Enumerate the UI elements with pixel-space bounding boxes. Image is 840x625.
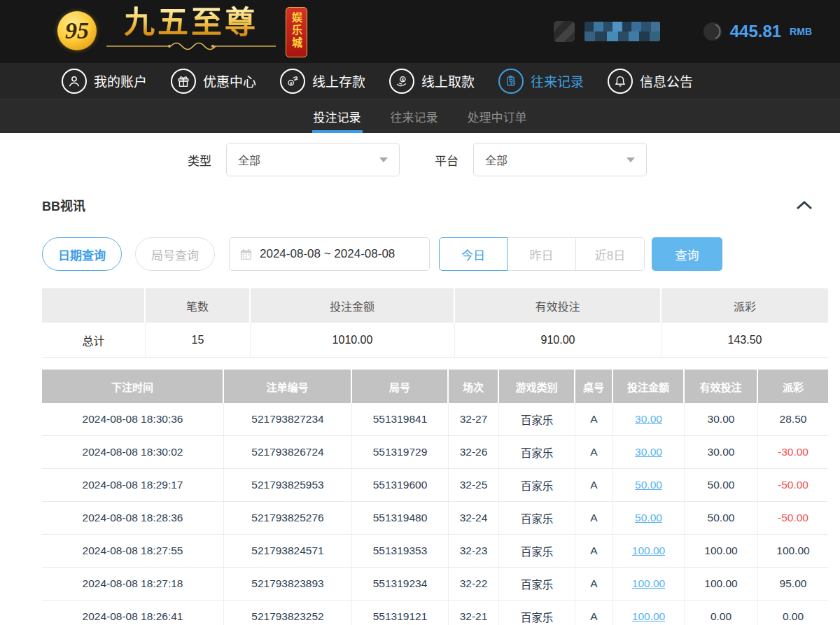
bet-amount-link[interactable]: 50.00 bbox=[635, 479, 662, 491]
cell-table-no: A bbox=[575, 436, 613, 468]
cell-bet-amount[interactable]: 30.00 bbox=[613, 436, 685, 468]
summary-bet-amount-value: 1010.00 bbox=[251, 323, 455, 358]
cell-bet-time: 2024-08-08 18:29:17 bbox=[42, 469, 224, 501]
bet-amount-link[interactable]: 100.00 bbox=[632, 610, 665, 623]
nav-item-promotions[interactable]: 优惠中心 bbox=[171, 69, 256, 94]
cell-session: 32-26 bbox=[449, 436, 499, 468]
last8days-button[interactable]: 近8日 bbox=[576, 237, 645, 271]
today-button[interactable]: 今日 bbox=[439, 237, 507, 271]
cell-table-no: A bbox=[575, 568, 613, 600]
cell-bet-time: 2024-08-08 18:30:36 bbox=[42, 403, 224, 435]
cell-valid-bet: 100.00 bbox=[685, 535, 758, 567]
cell-payout: 95.00 bbox=[758, 568, 828, 600]
logo-coin-icon: 95 bbox=[57, 11, 97, 50]
table-row: 2024-08-08 18:26:41521793823252551319121… bbox=[42, 601, 828, 625]
user-icon bbox=[62, 69, 87, 94]
top-header: 95 九五至尊 娱乐城 445.81 RMB bbox=[0, 0, 840, 63]
site-logo[interactable]: 95 九五至尊 娱乐城 bbox=[57, 6, 307, 57]
round-query-button[interactable]: 局号查询 bbox=[135, 237, 215, 271]
summary-header-payout: 派彩 bbox=[662, 288, 828, 323]
bet-table: 下注时间 注单编号 局号 场次 游戏类别 桌号 投注金额 有效投注 派彩 202… bbox=[42, 370, 828, 625]
nav-item-withdraw[interactable]: $ 线上取款 bbox=[389, 69, 475, 94]
cell-bet-amount[interactable]: 100.00 bbox=[613, 535, 685, 567]
type-select[interactable]: 全部 bbox=[226, 143, 400, 176]
bet-amount-link[interactable]: 30.00 bbox=[635, 446, 662, 458]
bet-table-body: 2024-08-08 18:30:36521793827234551319841… bbox=[42, 403, 828, 625]
nav-item-deposit[interactable]: ¥ 线上存款 bbox=[280, 69, 365, 94]
section-title: BB视讯 bbox=[42, 196, 85, 214]
table-row: 2024-08-08 18:29:17521793825953551319600… bbox=[42, 469, 828, 502]
cell-valid-bet: 30.00 bbox=[685, 403, 758, 435]
chevron-down-icon bbox=[626, 157, 635, 162]
nav-item-announcements[interactable]: 信息公告 bbox=[608, 69, 693, 94]
nav-label: 我的账户 bbox=[94, 71, 147, 90]
cell-round-id: 551319480 bbox=[352, 502, 449, 534]
cell-round-id: 551319729 bbox=[352, 436, 449, 468]
summary-header-valid-bet: 有效投注 bbox=[455, 288, 662, 323]
table-row: 2024-08-08 18:27:55521793824571551319353… bbox=[42, 535, 828, 568]
cell-bet-id: 521793826724 bbox=[224, 436, 352, 468]
cell-valid-bet: 50.00 bbox=[685, 469, 758, 501]
cell-round-id: 551319121 bbox=[352, 601, 449, 625]
username-blurred bbox=[584, 22, 660, 41]
cell-payout: -50.00 bbox=[758, 469, 828, 501]
platform-select[interactable]: 全部 bbox=[473, 143, 647, 176]
section-head: BB视讯 bbox=[42, 196, 813, 214]
deposit-icon: ¥ bbox=[280, 69, 305, 94]
logo-badge: 娱乐城 bbox=[286, 7, 307, 57]
cell-bet-amount[interactable]: 100.00 bbox=[613, 568, 685, 600]
cell-bet-amount[interactable]: 50.00 bbox=[613, 469, 685, 501]
nav-item-my-account[interactable]: 我的账户 bbox=[62, 69, 147, 94]
filter-row: 类型 全部 平台 全部 bbox=[188, 143, 840, 176]
balance[interactable]: 445.81 RMB bbox=[702, 21, 812, 42]
bell-icon bbox=[608, 69, 633, 94]
col-table-no: 桌号 bbox=[575, 370, 613, 403]
bet-amount-link[interactable]: 30.00 bbox=[635, 413, 662, 426]
cell-bet-amount[interactable]: 100.00 bbox=[613, 601, 685, 625]
collapse-chevron-up-icon[interactable] bbox=[795, 199, 813, 211]
tab-transaction-records[interactable]: 往来记录 bbox=[389, 99, 440, 133]
col-bet-time: 下注时间 bbox=[42, 370, 224, 403]
bet-amount-link[interactable]: 100.00 bbox=[632, 545, 665, 557]
cell-bet-id: 521793823893 bbox=[224, 568, 352, 600]
bet-amount-link[interactable]: 100.00 bbox=[632, 577, 665, 590]
platform-select-value: 全部 bbox=[485, 151, 507, 168]
cell-round-id: 551319841 bbox=[352, 403, 449, 435]
avatar bbox=[554, 21, 575, 42]
date-query-button[interactable]: 日期查询 bbox=[42, 237, 122, 271]
summary-valid-bet-value: 910.00 bbox=[455, 323, 662, 358]
summary-header-count: 笔数 bbox=[146, 288, 251, 323]
tab-processing-orders[interactable]: 处理中订单 bbox=[466, 99, 528, 133]
type-filter-label: 类型 bbox=[188, 151, 211, 169]
col-bet-id: 注单编号 bbox=[224, 370, 352, 403]
nav-label: 往来记录 bbox=[531, 71, 584, 90]
cell-valid-bet: 30.00 bbox=[685, 436, 758, 468]
cell-bet-time: 2024-08-08 18:26:41 bbox=[42, 601, 224, 625]
search-button[interactable]: 查询 bbox=[652, 237, 722, 271]
nav-label: 优惠中心 bbox=[203, 71, 256, 90]
cell-bet-time: 2024-08-08 18:27:55 bbox=[42, 535, 224, 567]
cell-table-no: A bbox=[575, 403, 613, 435]
cell-game-type: 百家乐 bbox=[499, 469, 575, 501]
cell-payout: 0.00 bbox=[758, 601, 828, 625]
nav-label: 线上取款 bbox=[421, 71, 475, 90]
cell-bet-amount[interactable]: 30.00 bbox=[613, 403, 685, 435]
summary-header-bet-amount: 投注金额 bbox=[251, 288, 455, 323]
nav-label: 信息公告 bbox=[640, 71, 693, 90]
date-range-input[interactable]: 2024-08-08 ~ 2024-08-08 bbox=[229, 237, 430, 271]
cell-bet-id: 521793827234 bbox=[224, 403, 352, 435]
tab-bet-records[interactable]: 投注记录 bbox=[312, 99, 363, 133]
col-bet-amount: 投注金额 bbox=[613, 370, 685, 403]
cell-bet-amount[interactable]: 50.00 bbox=[613, 502, 685, 534]
table-row: 2024-08-08 18:30:02521793826724551319729… bbox=[42, 436, 828, 469]
table-row: 2024-08-08 18:28:36521793825276551319480… bbox=[42, 502, 828, 535]
date-range-value: 2024-08-08 ~ 2024-08-08 bbox=[260, 247, 395, 261]
cell-payout: -30.00 bbox=[758, 436, 828, 468]
calendar-icon bbox=[239, 248, 253, 261]
nav-item-records[interactable]: 往来记录 bbox=[498, 69, 584, 94]
bet-amount-link[interactable]: 50.00 bbox=[635, 512, 662, 524]
type-select-value: 全部 bbox=[238, 151, 260, 168]
yesterday-button[interactable]: 昨日 bbox=[507, 237, 576, 271]
cell-round-id: 551319600 bbox=[352, 469, 449, 501]
balance-amount: 445.81 bbox=[730, 22, 781, 41]
